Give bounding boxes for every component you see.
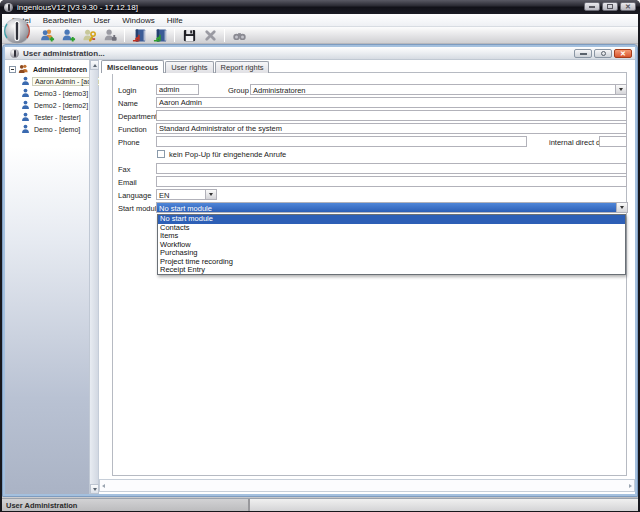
start-module-label: Start module	[118, 204, 161, 213]
user-tree: Administratoren Aaron Admin - [admin]	[5, 60, 98, 135]
collapse-icon[interactable]	[9, 66, 16, 73]
menu-hilfe[interactable]: Hilfe	[161, 16, 189, 25]
option-project-time-recording[interactable]: Project time recording	[158, 258, 625, 267]
export-rights-button[interactable]	[150, 27, 170, 43]
close-button[interactable]: ✕	[620, 2, 636, 11]
function-label: Function	[118, 125, 147, 134]
add-user-icon	[61, 28, 76, 43]
scroll-right-icon[interactable]	[629, 484, 632, 488]
detail-tabs: Miscellaneous User rights Report rights	[101, 60, 270, 73]
user-icon	[21, 100, 30, 110]
tree-item-demo[interactable]: Demo - [demo]	[9, 123, 98, 135]
user-key-icon	[82, 28, 97, 43]
window-title: ingeniousV12 [V3.9.30 - 17.12.18]	[17, 3, 138, 12]
group-select[interactable]: Administratoren	[250, 84, 627, 95]
toolbar-separator	[224, 29, 225, 42]
phone-label: Phone	[118, 138, 140, 147]
no-popup-label: kein Pop-Up für eingehende Anrufe	[169, 150, 286, 159]
status-text: User Administration	[6, 501, 77, 510]
tab-miscellaneous[interactable]: Miscellaneous	[101, 60, 164, 73]
function-input[interactable]	[156, 123, 627, 134]
menu-user[interactable]: User	[87, 16, 116, 25]
user-icon	[21, 76, 30, 86]
child-window-titlebar[interactable]: User administration... ✕	[5, 47, 635, 60]
window-titlebar: ingeniousV12 [V3.9.30 - 17.12.18] ✕	[0, 0, 640, 14]
menu-windows[interactable]: Windows	[116, 16, 160, 25]
start-module-select[interactable]: No start module	[156, 202, 628, 213]
user-administration-window: User administration... ✕	[3, 45, 637, 496]
department-label: Department	[118, 112, 157, 121]
book-import-icon	[132, 28, 147, 43]
option-contacts[interactable]: Contacts	[158, 224, 625, 233]
group-label: Group	[228, 86, 249, 95]
fax-label: Fax	[118, 165, 131, 174]
add-user-group-button[interactable]	[37, 27, 57, 43]
phone-input[interactable]	[156, 136, 527, 147]
option-receipt-entry[interactable]: Receipt Entry	[158, 266, 625, 275]
name-label: Name	[118, 99, 138, 108]
email-input[interactable]	[156, 176, 627, 187]
department-input[interactable]	[156, 110, 627, 121]
toolbar	[2, 27, 638, 44]
statusbar: User Administration	[2, 498, 638, 511]
mdi-area: User administration... ✕	[2, 44, 638, 498]
menu-bearbeiten[interactable]: Bearbeiten	[37, 16, 88, 25]
user-group-icon	[18, 64, 29, 74]
option-workflow[interactable]: Workflow	[158, 241, 625, 250]
search-button[interactable]	[229, 27, 249, 43]
tree-group-administratoren[interactable]: Administratoren	[9, 63, 98, 75]
maximize-button[interactable]	[602, 2, 618, 11]
user-icon	[21, 124, 30, 134]
internal-dial-input[interactable]	[599, 136, 627, 147]
binoculars-icon	[232, 28, 247, 43]
deactivate-user-button[interactable]	[100, 27, 120, 43]
user-detail-panel: Miscellaneous User rights Report rights …	[99, 60, 635, 494]
delete-button[interactable]	[200, 27, 220, 43]
language-label: Language	[118, 191, 151, 200]
no-popup-checkbox[interactable]	[157, 150, 165, 158]
language-select[interactable]: EN	[156, 189, 217, 200]
tab-report-rights[interactable]: Report rights	[215, 61, 270, 73]
email-label: Email	[118, 178, 137, 187]
login-input[interactable]	[156, 84, 199, 95]
app-icon	[4, 3, 13, 12]
scroll-up-icon[interactable]	[90, 60, 99, 70]
save-icon	[182, 28, 197, 43]
user-disabled-icon	[103, 28, 118, 43]
login-label: Login	[118, 86, 136, 95]
minimize-button[interactable]	[584, 2, 600, 11]
add-user-button[interactable]	[58, 27, 78, 43]
import-rights-button[interactable]	[129, 27, 149, 43]
user-permissions-button[interactable]	[79, 27, 99, 43]
user-icon	[21, 88, 30, 98]
save-button[interactable]	[179, 27, 199, 43]
scroll-left-icon[interactable]	[102, 484, 105, 488]
ingenious-logo-icon	[3, 17, 31, 45]
tree-item-demo2[interactable]: Demo2 - [demo2]	[9, 99, 98, 111]
toolbar-separator	[174, 29, 175, 42]
tree-item-aaron-admin[interactable]: Aaron Admin - [admin]	[9, 75, 98, 87]
delete-x-icon	[203, 28, 218, 43]
option-items[interactable]: Items	[158, 232, 625, 241]
scroll-down-icon[interactable]	[90, 484, 99, 494]
user-tree-panel: Administratoren Aaron Admin - [admin]	[5, 60, 99, 494]
child-close-button[interactable]: ✕	[614, 49, 632, 58]
form-horizontal-scrollbar[interactable]	[99, 479, 635, 492]
book-export-icon	[153, 28, 168, 43]
dropdown-arrow-icon[interactable]	[616, 203, 627, 212]
child-restore-button[interactable]	[594, 49, 612, 58]
child-minimize-button[interactable]	[574, 49, 592, 58]
name-input[interactable]	[156, 97, 627, 108]
tab-user-rights[interactable]: User rights	[165, 61, 213, 73]
child-app-icon	[10, 49, 19, 58]
toolbar-separator	[124, 29, 125, 42]
tree-scrollbar[interactable]	[89, 60, 98, 494]
tree-item-tester[interactable]: Tester - [tester]	[9, 111, 98, 123]
tree-item-demo3[interactable]: Demo3 - [demo3]	[9, 87, 98, 99]
option-no-start-module[interactable]: No start module	[158, 215, 625, 224]
menubar: Datei Bearbeiten User Windows Hilfe	[2, 14, 638, 27]
fax-input[interactable]	[156, 163, 627, 174]
dropdown-arrow-icon[interactable]	[615, 85, 626, 94]
dropdown-arrow-icon[interactable]	[205, 190, 216, 199]
miscellaneous-tab-page: Login Group Administratoren Name	[112, 72, 627, 476]
